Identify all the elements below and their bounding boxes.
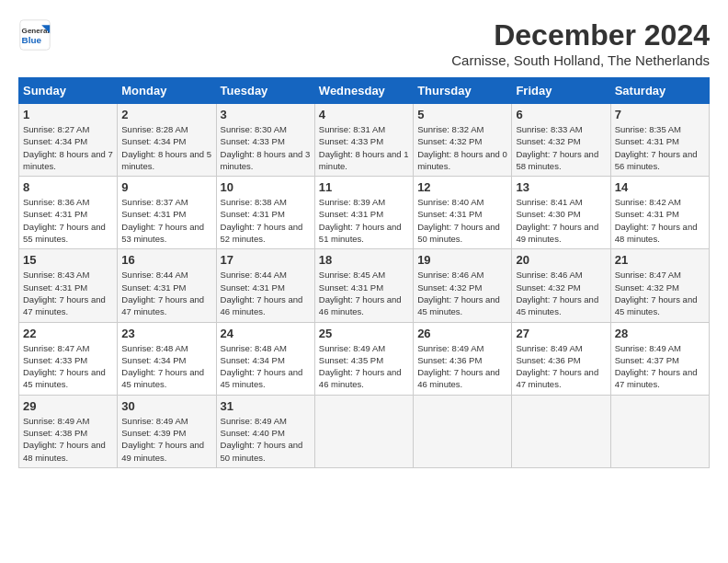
calendar-cell: 8Sunrise: 8:36 AMSunset: 4:31 PMDaylight… bbox=[19, 177, 118, 249]
day-number: 2 bbox=[121, 108, 211, 121]
calendar-cell: 13Sunrise: 8:41 AMSunset: 4:30 PMDayligh… bbox=[512, 177, 610, 249]
calendar-cell: 11Sunrise: 8:39 AMSunset: 4:31 PMDayligh… bbox=[314, 177, 413, 249]
day-info: Sunrise: 8:33 AMSunset: 4:32 PMDaylight:… bbox=[516, 123, 606, 172]
day-info: Sunrise: 8:35 AMSunset: 4:31 PMDaylight:… bbox=[615, 123, 705, 172]
calendar-table: SundayMondayTuesdayWednesdayThursdayFrid… bbox=[18, 77, 710, 468]
day-info: Sunrise: 8:43 AMSunset: 4:31 PMDaylight:… bbox=[23, 269, 113, 317]
calendar-cell: 21Sunrise: 8:47 AMSunset: 4:32 PMDayligh… bbox=[610, 249, 709, 322]
day-info: Sunrise: 8:38 AMSunset: 4:31 PMDaylight:… bbox=[221, 196, 311, 245]
day-info: Sunrise: 8:36 AMSunset: 4:31 PMDaylight:… bbox=[23, 196, 113, 245]
calendar-cell: 16Sunrise: 8:44 AMSunset: 4:31 PMDayligh… bbox=[118, 249, 216, 322]
calendar-cell: 5Sunrise: 8:32 AMSunset: 4:32 PMDaylight… bbox=[414, 104, 512, 177]
day-of-week-header: Tuesday bbox=[216, 78, 314, 104]
calendar-week-row: 8Sunrise: 8:36 AMSunset: 4:31 PMDaylight… bbox=[19, 177, 710, 249]
day-number: 6 bbox=[516, 108, 606, 121]
day-info: Sunrise: 8:47 AMSunset: 4:33 PMDaylight:… bbox=[23, 342, 113, 391]
day-number: 13 bbox=[516, 180, 606, 194]
calendar-cell: 6Sunrise: 8:33 AMSunset: 4:32 PMDaylight… bbox=[512, 104, 610, 177]
day-info: Sunrise: 8:48 AMSunset: 4:34 PMDaylight:… bbox=[121, 342, 211, 391]
calendar-cell bbox=[610, 395, 709, 467]
day-info: Sunrise: 8:30 AMSunset: 4:33 PMDaylight:… bbox=[221, 123, 311, 172]
calendar-cell: 28Sunrise: 8:49 AMSunset: 4:37 PMDayligh… bbox=[610, 322, 709, 395]
day-number: 8 bbox=[23, 180, 113, 194]
calendar-cell: 3Sunrise: 8:30 AMSunset: 4:33 PMDaylight… bbox=[216, 104, 314, 177]
day-number: 11 bbox=[319, 180, 409, 194]
day-info: Sunrise: 8:41 AMSunset: 4:30 PMDaylight:… bbox=[516, 196, 606, 245]
day-number: 31 bbox=[221, 399, 311, 413]
calendar-cell: 25Sunrise: 8:49 AMSunset: 4:35 PMDayligh… bbox=[314, 322, 413, 395]
calendar-cell: 12Sunrise: 8:40 AMSunset: 4:31 PMDayligh… bbox=[414, 177, 512, 249]
logo-icon: General Blue bbox=[18, 18, 51, 52]
calendar-cell: 20Sunrise: 8:46 AMSunset: 4:32 PMDayligh… bbox=[512, 249, 610, 322]
calendar-cell: 29Sunrise: 8:49 AMSunset: 4:38 PMDayligh… bbox=[19, 395, 118, 467]
day-info: Sunrise: 8:31 AMSunset: 4:33 PMDaylight:… bbox=[319, 123, 409, 172]
calendar-cell: 17Sunrise: 8:44 AMSunset: 4:31 PMDayligh… bbox=[216, 249, 314, 322]
day-number: 19 bbox=[417, 253, 507, 267]
calendar-week-row: 29Sunrise: 8:49 AMSunset: 4:38 PMDayligh… bbox=[19, 395, 710, 467]
day-number: 18 bbox=[319, 253, 409, 267]
page-header: General Blue December 2024 Carnisse, Sou… bbox=[18, 18, 710, 68]
day-info: Sunrise: 8:44 AMSunset: 4:31 PMDaylight:… bbox=[221, 269, 311, 317]
calendar-body: 1Sunrise: 8:27 AMSunset: 4:34 PMDaylight… bbox=[19, 104, 710, 468]
calendar-cell: 10Sunrise: 8:38 AMSunset: 4:31 PMDayligh… bbox=[216, 177, 314, 249]
location-title: Carnisse, South Holland, The Netherlands bbox=[451, 52, 710, 68]
day-number: 7 bbox=[615, 108, 705, 121]
calendar-week-row: 22Sunrise: 8:47 AMSunset: 4:33 PMDayligh… bbox=[19, 322, 710, 395]
day-info: Sunrise: 8:39 AMSunset: 4:31 PMDaylight:… bbox=[319, 196, 409, 245]
day-number: 20 bbox=[516, 253, 606, 267]
day-number: 29 bbox=[23, 399, 113, 413]
calendar-cell: 24Sunrise: 8:48 AMSunset: 4:34 PMDayligh… bbox=[216, 322, 314, 395]
day-number: 14 bbox=[615, 180, 705, 194]
day-info: Sunrise: 8:42 AMSunset: 4:31 PMDaylight:… bbox=[615, 196, 705, 245]
calendar-cell bbox=[414, 395, 512, 467]
day-info: Sunrise: 8:49 AMSunset: 4:35 PMDaylight:… bbox=[319, 342, 409, 391]
logo: General Blue bbox=[18, 18, 51, 52]
day-number: 25 bbox=[319, 327, 409, 340]
calendar-week-row: 1Sunrise: 8:27 AMSunset: 4:34 PMDaylight… bbox=[19, 104, 710, 177]
day-info: Sunrise: 8:32 AMSunset: 4:32 PMDaylight:… bbox=[417, 123, 507, 172]
calendar-cell: 23Sunrise: 8:48 AMSunset: 4:34 PMDayligh… bbox=[118, 322, 216, 395]
day-number: 21 bbox=[615, 253, 705, 267]
calendar-cell: 15Sunrise: 8:43 AMSunset: 4:31 PMDayligh… bbox=[19, 249, 118, 322]
day-number: 16 bbox=[121, 253, 211, 267]
calendar-cell bbox=[512, 395, 610, 467]
day-number: 9 bbox=[121, 180, 211, 194]
month-title: December 2024 bbox=[451, 18, 710, 52]
day-info: Sunrise: 8:46 AMSunset: 4:32 PMDaylight:… bbox=[417, 269, 507, 317]
calendar-cell: 7Sunrise: 8:35 AMSunset: 4:31 PMDaylight… bbox=[610, 104, 709, 177]
day-of-week-header: Wednesday bbox=[314, 78, 413, 104]
day-number: 26 bbox=[417, 327, 507, 340]
day-number: 10 bbox=[221, 180, 311, 194]
day-info: Sunrise: 8:28 AMSunset: 4:34 PMDaylight:… bbox=[121, 123, 211, 172]
day-number: 3 bbox=[221, 108, 311, 121]
day-number: 5 bbox=[417, 108, 507, 121]
day-info: Sunrise: 8:49 AMSunset: 4:39 PMDaylight:… bbox=[121, 415, 211, 464]
day-number: 22 bbox=[23, 327, 113, 340]
day-info: Sunrise: 8:37 AMSunset: 4:31 PMDaylight:… bbox=[121, 196, 211, 245]
day-info: Sunrise: 8:49 AMSunset: 4:36 PMDaylight:… bbox=[516, 342, 606, 391]
calendar-cell bbox=[314, 395, 413, 467]
day-number: 24 bbox=[221, 327, 311, 340]
calendar-cell: 31Sunrise: 8:49 AMSunset: 4:40 PMDayligh… bbox=[216, 395, 314, 467]
day-info: Sunrise: 8:48 AMSunset: 4:34 PMDaylight:… bbox=[221, 342, 311, 391]
calendar-cell: 4Sunrise: 8:31 AMSunset: 4:33 PMDaylight… bbox=[314, 104, 413, 177]
day-of-week-header: Sunday bbox=[19, 78, 118, 104]
day-number: 12 bbox=[417, 180, 507, 194]
day-info: Sunrise: 8:40 AMSunset: 4:31 PMDaylight:… bbox=[417, 196, 507, 245]
day-info: Sunrise: 8:49 AMSunset: 4:40 PMDaylight:… bbox=[221, 415, 311, 464]
calendar-cell: 1Sunrise: 8:27 AMSunset: 4:34 PMDaylight… bbox=[19, 104, 118, 177]
calendar-cell: 26Sunrise: 8:49 AMSunset: 4:36 PMDayligh… bbox=[414, 322, 512, 395]
day-info: Sunrise: 8:44 AMSunset: 4:31 PMDaylight:… bbox=[121, 269, 211, 317]
day-info: Sunrise: 8:49 AMSunset: 4:36 PMDaylight:… bbox=[417, 342, 507, 391]
calendar-header-row: SundayMondayTuesdayWednesdayThursdayFrid… bbox=[19, 78, 710, 104]
day-of-week-header: Monday bbox=[118, 78, 216, 104]
day-number: 17 bbox=[221, 253, 311, 267]
day-of-week-header: Saturday bbox=[610, 78, 709, 104]
day-info: Sunrise: 8:49 AMSunset: 4:38 PMDaylight:… bbox=[23, 415, 113, 464]
calendar-cell: 30Sunrise: 8:49 AMSunset: 4:39 PMDayligh… bbox=[118, 395, 216, 467]
day-number: 23 bbox=[121, 327, 211, 340]
day-number: 28 bbox=[615, 327, 705, 340]
day-info: Sunrise: 8:49 AMSunset: 4:37 PMDaylight:… bbox=[615, 342, 705, 391]
day-info: Sunrise: 8:45 AMSunset: 4:31 PMDaylight:… bbox=[319, 269, 409, 317]
day-number: 4 bbox=[319, 108, 409, 121]
